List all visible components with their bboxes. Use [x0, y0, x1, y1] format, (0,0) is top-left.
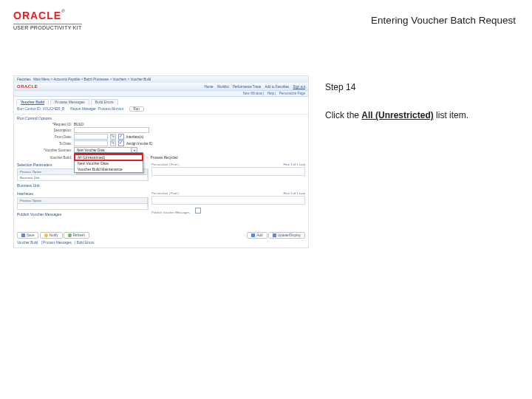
nav-item[interactable]: Batch Processes [84, 78, 109, 81]
checkbox-assign-invoice[interactable] [118, 140, 124, 146]
run-control-row: Run Control ID: VOUCHER_B Report Manager… [14, 105, 308, 115]
notify-icon [44, 233, 48, 237]
label-assign-invoice: Assign Invoice ID [126, 142, 153, 146]
instruction-text: Click the All (Unrestricted) list item. [325, 108, 517, 123]
add-icon [251, 233, 255, 237]
run-control-label: Run Control ID: [17, 107, 41, 111]
sub-link[interactable]: Personalize Page [279, 92, 305, 95]
refresh-icon [68, 233, 72, 237]
pager[interactable]: First 1 of 1 Last [283, 163, 305, 166]
link-report-manager[interactable]: Report Manager [70, 107, 96, 111]
nav-item[interactable]: Voucher Build [130, 78, 151, 81]
label-voucher-sources: *Voucher Sources: [26, 149, 72, 152]
logo-upk: USER PRODUCTIVITY KIT [13, 24, 82, 30]
dropdown-voucher-sources[interactable]: New Voucher Data ▾ All (Unrestricted) Ne… [74, 147, 137, 154]
input-to-date[interactable] [74, 140, 108, 146]
table-right [151, 196, 305, 205]
top-link-signout[interactable]: Sign out [293, 85, 305, 89]
refresh-label: Refresh [73, 233, 85, 237]
save-icon [21, 233, 25, 237]
calendar-icon[interactable] [110, 134, 116, 140]
nav-item[interactable]: Vouchers [113, 78, 127, 81]
publish-row: Publish Voucher Messages [151, 208, 305, 214]
refresh-button[interactable]: Refresh [64, 232, 89, 239]
label-to-date: To Date: [26, 142, 72, 146]
app-logo: ORACLE [17, 84, 38, 89]
top-link[interactable]: Home [204, 85, 213, 89]
action-bar: Save Notify Refresh Add Update/Display [14, 231, 308, 240]
label-voucher-build: Voucher Build: [26, 156, 72, 160]
checkbox-interfaces[interactable] [118, 134, 124, 140]
logo-tm: ® [61, 9, 64, 13]
link-process-monitor[interactable]: Process Monitor [98, 107, 124, 111]
input-description[interactable] [74, 127, 149, 133]
tab-voucher-build[interactable]: Voucher Build [16, 99, 49, 105]
sub-link[interactable]: New Window [243, 92, 262, 95]
table-cell[interactable] [18, 204, 148, 209]
footer-tab-links: Voucher Build | Process Messages | Build… [14, 240, 308, 248]
page-title: Entering Voucher Batch Request [371, 15, 516, 26]
label-description: Description: [26, 129, 72, 132]
table-toolbar: Personalize | Find | First 1 of 1 Last [151, 191, 305, 195]
dropdown-list: All (Unrestricted) New Voucher Data Vouc… [74, 152, 143, 173]
footer-link[interactable]: Build Errors [77, 241, 95, 245]
logo-brand: ORACLE [13, 10, 61, 21]
nav-item[interactable]: Favorites [17, 78, 31, 81]
tab-process-messages[interactable]: Process Messages [50, 99, 89, 105]
instruction-bold: All (Unrestricted) [361, 110, 433, 120]
top-link[interactable]: Worklist [217, 85, 229, 89]
form-area: *Request ID: BUILD Description: From Dat… [14, 123, 308, 163]
oracle-upk-logo: ORACLE® USER PRODUCTIVITY KIT [13, 9, 82, 30]
add-button[interactable]: Add [247, 232, 267, 239]
dropdown-option-vb-maintenance[interactable]: Voucher Build Maintenance [75, 166, 143, 172]
section-run-control-options: Run Control Options [14, 115, 308, 122]
update-display-button[interactable]: Update/Display [268, 232, 305, 239]
sub-link[interactable]: Help [267, 92, 274, 95]
label-process-recycled: Process Recycled [151, 156, 178, 160]
notify-button[interactable]: Notify [40, 232, 63, 239]
value-request-id: BUILD [74, 123, 84, 126]
label-from-date: From Date: [26, 135, 72, 139]
table-interfaces: Process Option [17, 197, 149, 210]
footer-link[interactable]: Voucher Build [17, 241, 38, 245]
tab-strip: Voucher Build Process Messages Build Err… [14, 97, 308, 105]
calendar-icon[interactable] [110, 140, 116, 146]
panel-interfaces: Interfaces [17, 191, 149, 196]
add-label: Add [256, 233, 262, 237]
panel-publish-voucher-messages: Publish Voucher Messages [17, 212, 149, 216]
top-link[interactable]: Performance Trace [233, 85, 261, 89]
input-from-date[interactable] [74, 134, 108, 140]
save-button[interactable]: Save [17, 232, 38, 239]
tab-build-errors[interactable]: Build Errors [91, 99, 118, 105]
table-right [151, 167, 305, 176]
save-label: Save [27, 233, 34, 237]
label-interfaces: Interface(s) [126, 135, 143, 139]
toolbar-links[interactable]: Personalize | Find | [151, 191, 179, 195]
app-screenshot: Favorites Main Menu > Accounts Payable >… [13, 75, 309, 248]
update-label: Update/Display [278, 233, 301, 237]
dropdown-option-new-voucher-data[interactable]: New Voucher Data [75, 160, 143, 166]
table-toolbar: Personalize | Find | First 1 of 1 Last [151, 163, 305, 166]
toolbar-links[interactable]: Personalize | Find | [151, 163, 179, 166]
top-link[interactable]: Add to Favorites [265, 85, 289, 89]
dropdown-option-all-unrestricted[interactable]: All (Unrestricted) [75, 154, 143, 160]
sub-link-bar: New Window | Help | Personalize Page [14, 90, 308, 97]
label-publish: Publish Voucher Messages [151, 211, 190, 214]
instruction-panel: Step 14 Click the All (Unrestricted) lis… [325, 80, 517, 123]
run-control-value: VOUCHER_B [42, 107, 64, 111]
step-label: Step 14 [325, 80, 517, 95]
panel-business-unit: Business Unit [17, 183, 149, 188]
nav-item[interactable]: Accounts Payable [53, 78, 80, 81]
checkbox-publish[interactable] [195, 208, 201, 214]
run-button[interactable]: Run [129, 106, 144, 112]
footer-link[interactable]: Process Messages [43, 241, 72, 245]
pager[interactable]: First 1 of 1 Last [283, 191, 305, 195]
label-request-id: *Request ID: [26, 123, 72, 126]
app-top-bar: Favorites Main Menu > Accounts Payable >… [14, 76, 308, 83]
update-icon [273, 233, 276, 237]
table-cell[interactable]: Business Unit [18, 175, 148, 180]
app-top-links: Home Worklist Performance Trace Add to F… [201, 85, 305, 89]
instruction-pre: Click the [325, 110, 361, 120]
nav-item[interactable]: Main Menu [33, 78, 50, 81]
col-header: Process Option [18, 198, 148, 203]
